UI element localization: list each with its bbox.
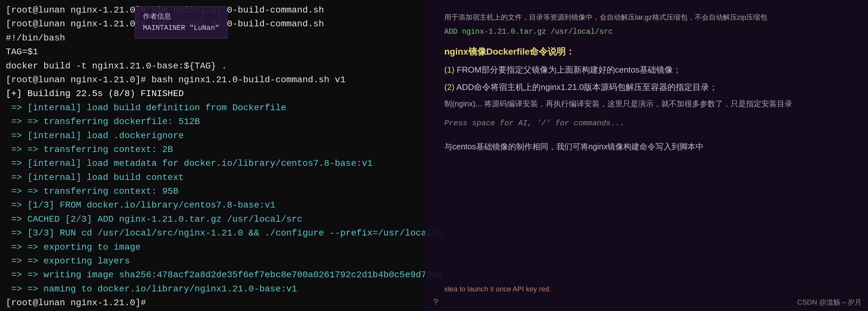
terminal-line: [root@lunan nginx-1.21.0]# bash nginx1.2…: [6, 73, 437, 87]
terminal-line: => => transferring dockerfile: 512B: [6, 115, 437, 129]
floating-box-line1: 作者信息: [143, 11, 219, 23]
terminal-prompt[interactable]: [root@lunan nginx-1.21.0]#: [6, 296, 437, 310]
floating-info-box: 作者信息 MAINTAINER "LuNan": [135, 6, 227, 38]
terminal-line: => => transferring context: 95B: [6, 185, 437, 198]
terminal-panel: [root@lunan nginx-1.21.0]# vim nginx1.21…: [0, 0, 443, 311]
item-text-2: ADD命令将宿主机上的nginx1.21.0版本源码包解压至容器的指定目录；: [457, 82, 717, 92]
terminal-line: [+] Building 22.5s (8/8) FINISHED: [6, 87, 437, 101]
overlay-panel: 用于添加宿主机上的文件，目录等资源到镜像中，会自动解压tar.gz格式压缩包，不…: [425, 0, 868, 311]
terminal-line: => => transferring context: 2B: [6, 143, 437, 157]
terminal-line: => [internal] load .dockerignore: [6, 129, 437, 143]
terminal-line: => => exporting to image: [6, 240, 437, 254]
terminal-line: => [internal] load build context: [6, 171, 437, 185]
press-space-hint: Press space for AI, '/' for commands...: [444, 117, 849, 130]
csdn-watermark: CSDN @滥觞～岁月: [797, 298, 862, 307]
terminal-line: => => writing image sha256:478acf2a8d2de…: [6, 268, 437, 282]
add-code: ADD nginx-1.21.0.tar.gz /usr/local/src: [444, 28, 613, 36]
terminal-line: => CACHED [2/3] ADD nginx-1.21.0.tar.gz …: [6, 213, 437, 226]
terminal-line: => => naming to docker.io/library/nginx1…: [6, 282, 437, 296]
item-number-2: (2): [444, 82, 455, 92]
item-number-1: (1): [444, 65, 455, 75]
terminal-line: TAG=$1: [6, 45, 437, 59]
item-text-1: FROM部分要指定父镜像为上面新构建好的centos基础镜像；: [457, 65, 681, 75]
terminal-line: => [internal] load metadata for docker.i…: [6, 157, 437, 170]
bottom-hint: idea to launch it once API key red.: [444, 283, 551, 295]
terminal-line: => [internal] load build definition from…: [6, 101, 437, 115]
terminal-line: docker build -t nginx1.21.0-base:${TAG} …: [6, 59, 437, 73]
floating-box-line2: MAINTAINER "LuNan": [143, 23, 219, 34]
section-title: nginx镜像Dockerfile命令说明：: [444, 44, 849, 59]
terminal-line: => [1/3] FROM docker.io/library/centos7.…: [6, 198, 437, 212]
overlay-item-1: (1) FROM部分要指定父镜像为上面新构建好的centos基础镜像；: [444, 63, 849, 77]
terminal-line: => [3/3] RUN cd /usr/local/src/nginx-1.2…: [6, 226, 437, 240]
overlay-item-2: (2) ADD命令将宿主机上的nginx1.21.0版本源码包解压至容器的指定目…: [444, 80, 849, 94]
overlay-sub-note: 与centos基础镜像的制作相同，我们可将nginx镜像构建命令写入到脚本中: [444, 140, 849, 153]
overlay-note: 制(nginx)... 将源码编译安装，再执行编译安装，这里只是演示，就不加很多…: [444, 97, 849, 111]
help-icon[interactable]: ?: [433, 298, 438, 307]
add-note: 用于添加宿主机上的文件，目录等资源到镜像中，会自动解压tar.gz格式压缩包，不…: [444, 13, 767, 21]
terminal-line: => => exporting layers: [6, 254, 437, 268]
